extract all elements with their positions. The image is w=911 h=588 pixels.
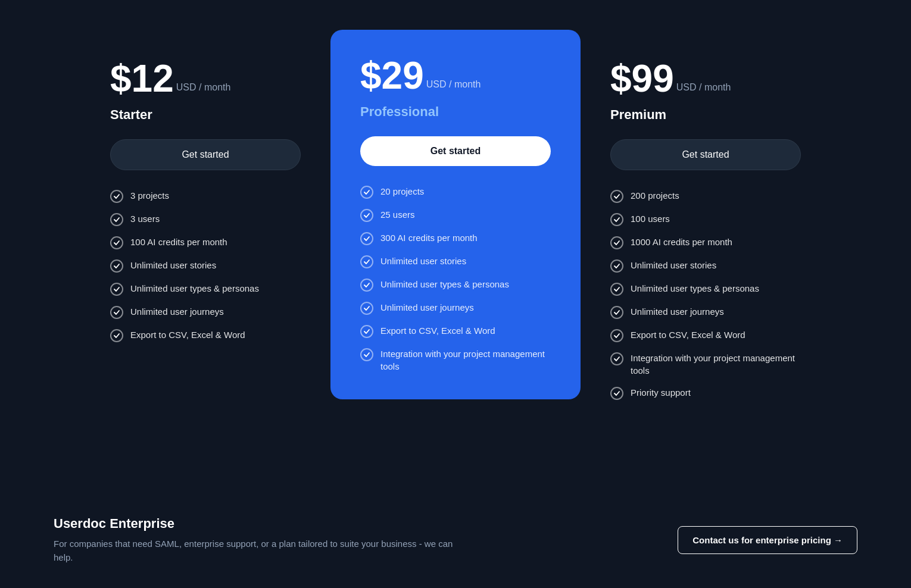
feature-text: Priority support [631, 386, 691, 399]
check-icon [360, 302, 373, 315]
list-item: 200 projects [610, 189, 801, 203]
check-icon [360, 232, 373, 245]
list-item: 100 AI credits per month [110, 236, 301, 249]
check-icon [610, 306, 623, 319]
feature-text: Export to CSV, Excel & Word [130, 329, 245, 341]
check-icon [110, 306, 123, 319]
plan-card-professional: $29USD / monthProfessionalGet started 20… [330, 30, 581, 399]
list-item: 1000 AI credits per month [610, 236, 801, 249]
price-suffix-premium: USD / month [676, 82, 731, 93]
check-icon [110, 190, 123, 203]
price-amount-professional: $29 [360, 57, 424, 95]
list-item: Unlimited user journeys [610, 305, 801, 319]
feature-text: Unlimited user stories [380, 255, 466, 267]
feature-text: Export to CSV, Excel & Word [380, 324, 495, 337]
feature-text: 100 users [631, 212, 670, 225]
check-icon [110, 236, 123, 249]
list-item: Unlimited user journeys [110, 305, 301, 319]
price-suffix-professional: USD / month [426, 79, 481, 90]
list-item: Unlimited user types & personas [110, 282, 301, 296]
check-icon [360, 348, 373, 361]
check-icon [610, 213, 623, 226]
check-icon [610, 190, 623, 203]
check-icon [110, 213, 123, 226]
check-icon [110, 283, 123, 296]
enterprise-description: For companies that need SAML, enterprise… [54, 537, 470, 564]
list-item: 3 projects [110, 189, 301, 203]
features-list-professional: 20 projects 25 users 300 AI credits per … [360, 185, 551, 373]
list-item: 20 projects [360, 185, 551, 199]
feature-text: Unlimited user types & personas [130, 282, 259, 295]
check-icon [610, 236, 623, 249]
check-icon [360, 209, 373, 222]
feature-text: Unlimited user stories [631, 259, 716, 271]
feature-text: 20 projects [380, 185, 424, 198]
list-item: 100 users [610, 212, 801, 226]
pricing-section: $12USD / monthStarterGet started 3 proje… [36, 24, 875, 424]
feature-text: Unlimited user stories [130, 259, 216, 271]
list-item: Export to CSV, Excel & Word [360, 324, 551, 338]
check-icon [360, 255, 373, 268]
list-item: Integration with your project management… [610, 352, 801, 377]
list-item: 300 AI credits per month [360, 232, 551, 245]
get-started-button-premium[interactable]: Get started [610, 139, 801, 170]
list-item: Export to CSV, Excel & Word [110, 329, 301, 342]
feature-text: 1000 AI credits per month [631, 236, 732, 248]
get-started-button-professional[interactable]: Get started [360, 136, 551, 166]
list-item: Unlimited user stories [360, 255, 551, 268]
plan-card-premium: $99USD / monthPremiumGet started 200 pro… [581, 36, 831, 424]
feature-text: 100 AI credits per month [130, 236, 227, 248]
check-icon [610, 259, 623, 273]
feature-text: Export to CSV, Excel & Word [631, 329, 745, 341]
plan-name-starter: Starter [110, 107, 301, 123]
enterprise-title: Userdoc Enterprise [54, 516, 470, 531]
feature-text: 200 projects [631, 189, 679, 202]
check-icon [610, 352, 623, 365]
feature-text: Unlimited user journeys [130, 305, 224, 318]
price-amount-premium: $99 [610, 60, 674, 98]
price-container-starter: $12USD / month [110, 60, 301, 98]
list-item: Priority support [610, 386, 801, 400]
feature-text: 300 AI credits per month [380, 232, 478, 244]
feature-text: Unlimited user types & personas [631, 282, 759, 295]
check-icon [360, 325, 373, 338]
feature-text: 25 users [380, 208, 415, 221]
feature-text: Unlimited user journeys [631, 305, 724, 318]
features-list-starter: 3 projects 3 users 100 AI credits per mo… [110, 189, 301, 342]
plan-card-starter: $12USD / monthStarterGet started 3 proje… [80, 36, 330, 366]
feature-text: 3 projects [130, 189, 169, 202]
get-started-button-starter[interactable]: Get started [110, 139, 301, 170]
price-container-professional: $29USD / month [360, 57, 551, 95]
check-icon [110, 329, 123, 342]
check-icon [110, 259, 123, 273]
feature-text: Integration with your project management… [631, 352, 801, 377]
feature-text: Integration with your project management… [380, 348, 551, 373]
list-item: Unlimited user stories [610, 259, 801, 273]
enterprise-cta-button[interactable]: Contact us for enterprise pricing → [678, 526, 857, 554]
plan-name-professional: Professional [360, 104, 551, 120]
check-icon [610, 387, 623, 400]
check-icon [610, 283, 623, 296]
list-item: Unlimited user journeys [360, 301, 551, 315]
list-item: 3 users [110, 212, 301, 226]
list-item: Unlimited user types & personas [360, 278, 551, 292]
enterprise-text: Userdoc Enterprise For companies that ne… [54, 516, 470, 564]
price-amount-starter: $12 [110, 60, 174, 98]
enterprise-section: Userdoc Enterprise For companies that ne… [36, 486, 875, 588]
list-item: Export to CSV, Excel & Word [610, 329, 801, 342]
check-icon [610, 329, 623, 342]
list-item: Unlimited user stories [110, 259, 301, 273]
feature-text: Unlimited user journeys [380, 301, 474, 314]
list-item: Unlimited user types & personas [610, 282, 801, 296]
list-item: Integration with your project management… [360, 348, 551, 373]
plan-name-premium: Premium [610, 107, 801, 123]
check-icon [360, 186, 373, 199]
check-icon [360, 279, 373, 292]
price-container-premium: $99USD / month [610, 60, 801, 98]
feature-text: Unlimited user types & personas [380, 278, 509, 290]
price-suffix-starter: USD / month [176, 82, 231, 93]
feature-text: 3 users [130, 212, 160, 225]
list-item: 25 users [360, 208, 551, 222]
features-list-premium: 200 projects 100 users 1000 AI credits p… [610, 189, 801, 400]
